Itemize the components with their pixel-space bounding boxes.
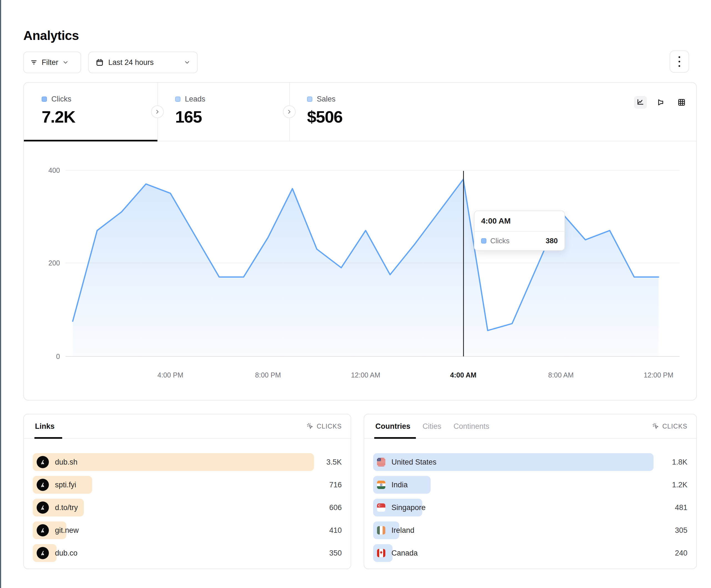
country-label: Singapore: [391, 503, 426, 512]
link-clicks-value: 3.5K: [326, 453, 342, 471]
country-row[interactable]: India 1.2K: [373, 476, 687, 494]
links-metric-toggle[interactable]: CLICKS: [306, 423, 342, 430]
links-metric-label: CLICKS: [317, 423, 342, 430]
active-tab-underline: [24, 140, 157, 141]
geo-metric-toggle[interactable]: CLICKS: [652, 423, 687, 430]
link-clicks-value: 606: [329, 499, 342, 516]
country-row[interactable]: Singapore 481: [373, 499, 687, 516]
active-tab-underline: [374, 437, 416, 439]
country-row[interactable]: Ireland 305: [373, 521, 687, 539]
chevron-down-icon: [62, 59, 69, 66]
link-label: spti.fyi: [55, 481, 76, 489]
y-axis-tick: 0: [35, 353, 60, 361]
links-panel: Links CLICKS dub.sh 3.5K spti.fyi: [23, 414, 351, 569]
country-label: India: [391, 481, 408, 489]
cursor-click-icon: [306, 423, 314, 430]
geo-metric-label: CLICKS: [663, 423, 687, 430]
clicks-area-chart[interactable]: [66, 166, 680, 357]
chart-type-toggles: [634, 96, 688, 109]
country-label: Canada: [391, 549, 418, 558]
country-row[interactable]: Canada 240: [373, 544, 687, 562]
table-grid-icon: [677, 98, 686, 107]
filter-button[interactable]: Filter: [23, 51, 81, 73]
tab-clicks[interactable]: Clicks 7.2K: [24, 83, 157, 141]
tooltip-time: 4:00 AM: [474, 211, 564, 232]
tab-links[interactable]: Links: [35, 422, 55, 431]
country-clicks-value: 1.2K: [672, 476, 687, 494]
link-row[interactable]: dub.sh 3.5K: [33, 453, 342, 471]
filter-button-label: Filter: [42, 58, 58, 67]
leads-value: 165: [175, 107, 289, 127]
page-edge-strip: [0, 0, 1, 588]
sales-legend-swatch: [307, 96, 312, 102]
ireland-flag-icon: [377, 526, 385, 535]
x-axis-tick: 12:00 PM: [644, 371, 673, 379]
link-row[interactable]: dub.co 350: [33, 544, 342, 562]
country-row[interactable]: United States 1.8K: [373, 453, 687, 471]
tooltip-value: 380: [546, 236, 558, 245]
link-label: git.new: [55, 526, 79, 535]
country-clicks-value: 1.8K: [672, 453, 687, 471]
chart-tooltip: 4:00 AM Clicks 380: [474, 210, 565, 251]
sales-value: $506: [307, 107, 483, 127]
link-label: d.to/try: [55, 503, 78, 512]
filter-icon: [30, 59, 38, 66]
stats-tabs-row: Clicks 7.2K Leads 165 Sales $506: [24, 83, 696, 141]
country-label: Ireland: [391, 526, 414, 535]
country-clicks-value: 481: [675, 499, 687, 516]
more-options-button[interactable]: [670, 50, 689, 73]
leads-legend-swatch: [175, 96, 180, 102]
links-rows: dub.sh 3.5K spti.fyi 716 d.to/try 606: [33, 453, 342, 567]
tab-continents[interactable]: Continents: [454, 422, 490, 431]
leads-label: Leads: [185, 95, 206, 104]
country-label: United States: [391, 458, 436, 467]
dub-favicon-icon: [37, 524, 49, 537]
link-clicks-value: 410: [329, 521, 342, 539]
x-axis-tick: 8:00 AM: [548, 371, 574, 379]
tab-countries[interactable]: Countries: [375, 422, 410, 431]
clicks-label: Clicks: [51, 95, 71, 104]
country-clicks-value: 240: [675, 544, 687, 562]
line-chart-toggle[interactable]: [634, 96, 647, 109]
funnel-chart-icon: [657, 98, 665, 107]
singapore-flag-icon: [377, 503, 385, 512]
dub-favicon-icon: [37, 456, 49, 468]
chart-crosshair: [463, 171, 464, 356]
tooltip-series-swatch: [481, 238, 487, 244]
line-chart-icon: [636, 98, 645, 107]
geo-panel: Countries Cities Continents CLICKS Unite…: [364, 414, 697, 569]
link-row[interactable]: d.to/try 606: [33, 499, 342, 516]
x-axis-tick: 12:00 AM: [351, 371, 380, 379]
tab-sales[interactable]: Sales $506: [289, 83, 483, 141]
link-row[interactable]: spti.fyi 716: [33, 476, 342, 494]
clicks-legend-swatch: [42, 96, 47, 102]
dub-favicon-icon: [37, 501, 49, 514]
expand-sales-button[interactable]: [283, 106, 296, 118]
x-axis-tick: 8:00 PM: [255, 371, 281, 379]
date-range-label: Last 24 hours: [108, 58, 154, 67]
analytics-card: Clicks 7.2K Leads 165 Sales $506: [23, 82, 697, 401]
x-axis-tick: 4:00 PM: [157, 371, 183, 379]
x-axis-labels: 4:00 PM8:00 PM12:00 AM4:00 AM8:00 AM12:0…: [24, 371, 696, 382]
sales-label: Sales: [317, 95, 336, 104]
canada-flag-icon: [377, 549, 385, 557]
geo-rows: United States 1.8K India 1.2K Singapore: [373, 453, 687, 567]
table-view-toggle[interactable]: [675, 96, 688, 109]
expand-leads-button[interactable]: [151, 106, 164, 118]
united-states-flag-icon: [377, 458, 385, 466]
chevron-down-icon: [184, 59, 191, 66]
clicks-value: 7.2K: [42, 107, 157, 127]
tab-leads[interactable]: Leads 165: [157, 83, 289, 141]
y-axis-tick: 400: [35, 166, 60, 175]
x-axis-tick: 4:00 AM: [450, 371, 476, 379]
tab-cities[interactable]: Cities: [423, 422, 441, 431]
dub-favicon-icon: [37, 547, 49, 559]
funnel-chart-toggle[interactable]: [655, 96, 667, 109]
kebab-menu-icon: [678, 56, 680, 67]
active-tab-underline: [35, 437, 62, 439]
link-label: dub.co: [55, 549, 78, 558]
india-flag-icon: [377, 481, 385, 489]
link-row[interactable]: git.new 410: [33, 521, 342, 539]
cursor-click-icon: [652, 423, 660, 430]
date-range-button[interactable]: Last 24 hours: [88, 51, 198, 73]
